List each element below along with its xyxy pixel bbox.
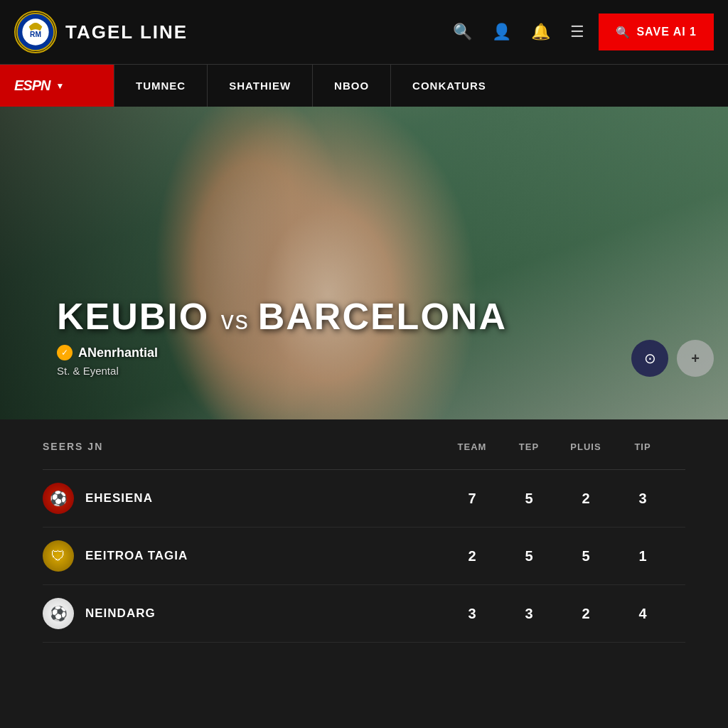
- col-header-team: TEAM: [444, 441, 500, 452]
- stats-row: ⚽ EHESIENA 7 5 2 3: [43, 470, 685, 528]
- stats-section-label: SEERS JN: [43, 441, 444, 452]
- hero-vs: vs: [221, 306, 258, 335]
- add-button[interactable]: +: [677, 340, 714, 377]
- stat-tep-1: 5: [500, 548, 557, 564]
- stat-team-1: 2: [444, 548, 500, 564]
- stat-team-0: 7: [444, 491, 500, 507]
- team-name-1: EEITROA TAGIA: [85, 549, 444, 563]
- save-button[interactable]: 🔍 SAVE AI 1: [599, 14, 714, 50]
- stat-tip-2: 4: [614, 606, 671, 622]
- svg-text:RM: RM: [30, 31, 41, 38]
- stats-header: SEERS JN TEAM TEP PLUIS TIP: [43, 441, 685, 458]
- col-header-tep: TEP: [500, 441, 557, 452]
- top-navigation: RM TAGEL LINE 🔍 👤 🔔 ☰ 🔍 SAVE AI 1: [0, 0, 728, 64]
- hero-content: KEUBIO vs BARCELONA ✓ ANenrhantial St. &…: [57, 295, 507, 377]
- nav-item-tumnec[interactable]: TUMNEC: [114, 65, 207, 107]
- col-header-tip: TIP: [614, 441, 671, 452]
- hero-subtitle: ✓ ANenrhantial: [57, 345, 507, 360]
- hero-meta: St. & Eyental: [57, 365, 507, 377]
- watchlist-button[interactable]: ⊙: [631, 340, 668, 377]
- stat-tep-2: 3: [500, 606, 557, 622]
- stats-section: SEERS JN TEAM TEP PLUIS TIP ⚽ EHESIENA 7…: [0, 419, 728, 664]
- stat-tip-0: 3: [614, 491, 671, 507]
- stat-tep-0: 5: [500, 491, 557, 507]
- secondary-navigation: ESPN ▼ TUMNEC SHATHIEW NBOO CONKATURS: [0, 64, 728, 107]
- stats-values-1: 2 5 5 1: [444, 548, 685, 564]
- site-title: TAGEL LINE: [65, 21, 188, 43]
- col-header-pluis: PLUIS: [557, 441, 614, 452]
- stat-pluis-1: 5: [557, 548, 614, 564]
- notification-icon[interactable]: 🔔: [531, 23, 550, 41]
- stats-values-2: 3 3 2 4: [444, 606, 685, 622]
- nav-icons: 🔍 👤 🔔 ☰: [453, 23, 584, 41]
- logo-area: RM TAGEL LINE: [14, 11, 188, 53]
- stat-team-2: 3: [444, 606, 500, 622]
- team-name-0: EHESIENA: [85, 491, 444, 505]
- stat-pluis-2: 2: [557, 606, 614, 622]
- site-logo: RM: [14, 11, 57, 53]
- espn-tab[interactable]: ESPN ▼: [0, 65, 114, 107]
- hero-section: KEUBIO vs BARCELONA ✓ ANenrhantial St. &…: [0, 107, 728, 419]
- stat-pluis-0: 2: [557, 491, 614, 507]
- nav-item-nboo[interactable]: NBOO: [312, 65, 390, 107]
- stats-values-0: 7 5 2 3: [444, 491, 685, 507]
- stats-column-headers: TEAM TEP PLUIS TIP: [444, 441, 685, 452]
- team-badge-2: ⚽: [43, 598, 74, 629]
- stat-tip-1: 1: [614, 548, 671, 564]
- stats-row: ⚽ NEINDARG 3 3 2 4: [43, 585, 685, 643]
- team-name-2: NEINDARG: [85, 606, 444, 621]
- hero-actions: ⊙ +: [631, 340, 714, 377]
- nav-item-shathiew[interactable]: SHATHIEW: [207, 65, 312, 107]
- menu-icon[interactable]: ☰: [570, 23, 584, 41]
- hero-team-name: ANenrhantial: [78, 346, 158, 360]
- search-icon-small: 🔍: [616, 26, 631, 39]
- hero-title: KEUBIO vs BARCELONA: [57, 295, 507, 338]
- nav-item-conkaturs[interactable]: CONKATURS: [390, 65, 508, 107]
- team-badge-1: 🛡: [43, 540, 74, 572]
- search-icon[interactable]: 🔍: [453, 23, 472, 41]
- espn-logo: ESPN: [14, 77, 50, 94]
- stats-row: 🛡 EEITROA TAGIA 2 5 5 1: [43, 528, 685, 585]
- chevron-down-icon: ▼: [55, 81, 64, 91]
- team-badge-0: ⚽: [43, 483, 74, 514]
- user-icon[interactable]: 👤: [492, 23, 511, 41]
- check-icon: ✓: [57, 345, 73, 360]
